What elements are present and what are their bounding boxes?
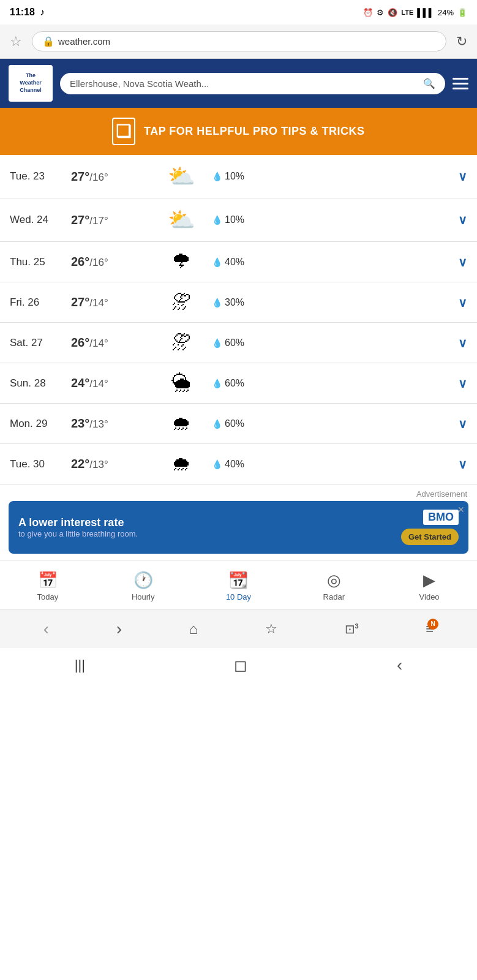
ad-headline: A lower interest rate: [18, 516, 124, 529]
temp-range: 27°/14°: [71, 295, 151, 309]
music-icon: ♪: [40, 7, 45, 18]
temp-range: 26°/16°: [71, 255, 151, 269]
favorite-icon[interactable]: ☆: [10, 34, 22, 50]
weather-condition-icon: 🌩: [157, 251, 206, 273]
table-row[interactable]: Tue. 30 22°/13° 🌧 💧40% ∨: [0, 444, 477, 484]
android-recent-button[interactable]: |||: [75, 657, 85, 673]
forecast-table: Tue. 23 27°/16° ⛅ 💧10% ∨ Wed. 24 27°/17°…: [0, 155, 477, 484]
expand-chevron[interactable]: ∨: [458, 336, 467, 350]
ad-subline: to give you a little breathing room.: [18, 529, 401, 538]
table-row[interactable]: Tue. 23 27°/16° ⛅ 💧10% ∨: [0, 155, 477, 198]
bottom-navigation: 📅 Today 🕐 Hourly 📆 10 Day ◎ Radar ▶ Vide…: [0, 560, 477, 609]
android-home-button[interactable]: ◻: [234, 656, 247, 675]
nav-today[interactable]: 📅 Today: [0, 571, 96, 601]
day-label: Fri. 26: [10, 296, 65, 309]
precipitation: 💧30%: [212, 297, 452, 308]
nav-10day[interactable]: 📆 10 Day: [191, 571, 287, 601]
tabs-button[interactable]: ⊡3: [345, 622, 359, 636]
hourly-icon: 🕐: [133, 571, 153, 590]
precipitation: 💧40%: [212, 459, 452, 470]
bmo-advertisement[interactable]: ✕ A lower interest rate to give you a li…: [9, 501, 468, 554]
notification-badge: N: [427, 619, 438, 630]
home-button[interactable]: ⌂: [189, 620, 198, 638]
table-row[interactable]: Fri. 26 27°/14° ⛈ 💧30% ∨: [0, 282, 477, 323]
expand-chevron[interactable]: ∨: [458, 295, 467, 310]
browser-controls: ‹ › ⌂ ☆ ⊡3 ≡ N: [0, 609, 477, 648]
day-label: Wed. 24: [10, 214, 65, 226]
expand-chevron[interactable]: ∨: [458, 376, 467, 391]
temp-range: 26°/14°: [71, 336, 151, 350]
bmo-logo: BMO: [423, 510, 459, 525]
today-icon: 📅: [38, 571, 58, 590]
signal-icon: ▌▌▌: [417, 8, 434, 17]
temp-range: 27°/17°: [71, 213, 151, 227]
precipitation: 💧60%: [212, 378, 452, 389]
table-row[interactable]: Mon. 29 23°/13° 🌧 💧60% ∨: [0, 404, 477, 444]
android-back-button[interactable]: ‹: [397, 655, 402, 675]
ad-label: Advertisement: [0, 484, 477, 501]
day-label: Mon. 29: [10, 418, 65, 430]
status-bar: 11:18 ♪ ⏰ ⚙ 🔇 LTE ▌▌▌ 24% 🔋: [0, 0, 477, 24]
back-button[interactable]: ‹: [43, 619, 49, 639]
battery-icon: 🔋: [457, 8, 467, 17]
android-navigation: ||| ◻ ‹: [0, 648, 477, 682]
nav-radar[interactable]: ◎ Radar: [286, 571, 381, 601]
nav-10day-label: 10 Day: [226, 592, 251, 601]
nav-hourly[interactable]: 🕐 Hourly: [96, 571, 191, 601]
reload-icon[interactable]: ↻: [456, 34, 467, 50]
search-location-text: Ellershouse, Nova Scotia Weath...: [70, 78, 209, 89]
precipitation: 💧60%: [212, 418, 452, 429]
weather-condition-icon: ⛈: [157, 291, 206, 314]
temp-range: 24°/14°: [71, 376, 151, 390]
banner-icon: ❑: [112, 118, 135, 145]
banner-text: TAP FOR HELPFUL PRO TIPS & TRICKS: [144, 125, 365, 138]
table-row[interactable]: Sat. 27 26°/14° ⛈ 💧60% ∨: [0, 323, 477, 363]
radar-icon: ◎: [327, 571, 341, 590]
url-box[interactable]: 🔒 weather.com: [32, 31, 446, 51]
expand-chevron[interactable]: ∨: [458, 255, 467, 270]
weather-condition-icon: 🌧: [157, 453, 206, 475]
search-icon: 🔍: [423, 78, 435, 89]
table-row[interactable]: Thu. 25 26°/16° 🌩 💧40% ∨: [0, 242, 477, 282]
expand-chevron[interactable]: ∨: [458, 457, 467, 472]
lte-icon: LTE: [401, 9, 413, 16]
day-label: Tue. 23: [10, 170, 65, 183]
promo-banner[interactable]: ❑ TAP FOR HELPFUL PRO TIPS & TRICKS: [0, 108, 477, 155]
day-label: Sat. 27: [10, 337, 65, 349]
bluetooth-icon: ⚙: [377, 8, 384, 17]
weather-condition-icon: ⛈: [157, 331, 206, 354]
weather-condition-icon: 🌦: [157, 372, 206, 394]
bookmark-button[interactable]: ☆: [265, 621, 277, 637]
table-row[interactable]: Sun. 28 24°/14° 🌦 💧60% ∨: [0, 363, 477, 404]
nav-hourly-label: Hourly: [132, 592, 155, 601]
time-display: 11:18: [10, 7, 35, 18]
table-row[interactable]: Wed. 24 27°/17° ⛅ 💧10% ∨: [0, 198, 477, 242]
weather-condition-icon: ⛅: [157, 164, 206, 189]
lock-icon: 🔒: [42, 36, 54, 47]
nav-radar-label: Radar: [323, 592, 345, 601]
browser-menu-button[interactable]: ≡ N: [426, 621, 434, 637]
hamburger-menu[interactable]: [453, 78, 468, 89]
temp-range: 22°/13°: [71, 457, 151, 471]
battery-percent: 24%: [438, 8, 454, 17]
browser-bar: ☆ 🔒 weather.com ↻: [0, 24, 477, 59]
weather-channel-logo: The Weather Channel: [9, 65, 53, 102]
expand-chevron[interactable]: ∨: [458, 213, 467, 227]
day-label: Sun. 28: [10, 377, 65, 390]
weather-condition-icon: 🌧: [157, 412, 206, 435]
forward-button[interactable]: ›: [116, 619, 122, 639]
location-search-bar[interactable]: Ellershouse, Nova Scotia Weath... 🔍: [60, 73, 445, 94]
expand-chevron[interactable]: ∨: [458, 417, 467, 431]
expand-chevron[interactable]: ∨: [458, 169, 467, 184]
precipitation: 💧10%: [212, 171, 452, 182]
precipitation: 💧10%: [212, 214, 452, 225]
ad-close-button[interactable]: ✕: [457, 505, 465, 514]
nav-video-label: Video: [419, 592, 440, 601]
temp-range: 23°/13°: [71, 417, 151, 431]
mute-icon: 🔇: [388, 8, 397, 17]
video-icon: ▶: [423, 571, 435, 590]
alarm-icon: ⏰: [363, 8, 373, 17]
nav-today-label: Today: [37, 592, 59, 601]
bmo-cta-button[interactable]: Get Started: [401, 529, 459, 545]
nav-video[interactable]: ▶ Video: [381, 571, 477, 601]
